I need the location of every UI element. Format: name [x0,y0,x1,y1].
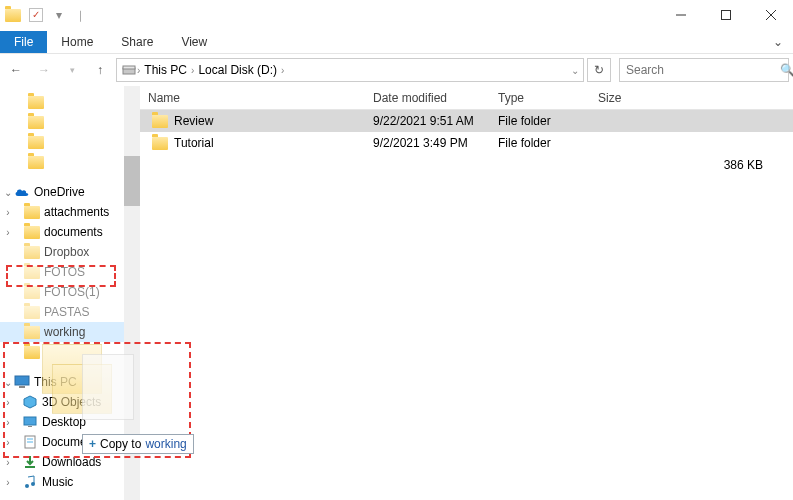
tree-pastas[interactable]: PASTAS [0,302,140,322]
file-type: File folder [490,114,590,128]
col-name[interactable]: Name [140,91,365,105]
breadcrumb-item-thispc[interactable]: This PC [140,63,191,77]
svg-point-16 [31,482,35,486]
tree-label: FOTOS(1) [44,285,100,299]
up-button[interactable]: ↑ [88,58,112,82]
file-date: 9/2/2021 3:49 PM [365,136,490,150]
music-icon [22,474,38,490]
svg-rect-1 [721,11,730,20]
col-type[interactable]: Type [490,91,590,105]
tree-item[interactable] [0,152,140,172]
titlebar: ✓ ▾ ｜ [0,0,793,30]
search-icon[interactable]: 🔍 [780,63,793,77]
file-date: 9/22/2021 9:51 AM [365,114,490,128]
tree-label: Dropbox [44,245,89,259]
tree-fotos1[interactable]: FOTOS(1) [0,282,140,302]
drag-tooltip: + Copy to working [82,434,194,454]
tree-label: OneDrive [34,185,85,199]
drag-tooltip-text: Copy to [100,437,141,451]
svg-rect-9 [24,417,36,425]
tree-label: working [44,325,85,339]
tab-share[interactable]: Share [107,31,167,53]
column-headers[interactable]: Name Date modified Type Size [140,86,793,110]
svg-rect-5 [123,66,135,69]
search-box[interactable]: 🔍 [619,58,789,82]
breadcrumb-item-drive[interactable]: Local Disk (D:) [194,63,281,77]
tree-3dobjects[interactable]: ›3D Objects [0,392,140,412]
tree-music[interactable]: ›Music [0,472,140,492]
svg-rect-7 [19,386,25,388]
chevron-down-icon[interactable]: ⌄ [2,377,14,388]
tree-label: attachments [44,205,109,219]
svg-rect-6 [15,376,29,385]
svg-rect-10 [28,426,32,427]
tree-fotos[interactable]: FOTOS [0,262,140,282]
tree-dropbox[interactable]: Dropbox [0,242,140,262]
qat-check-icon[interactable]: ✓ [29,8,43,22]
file-row[interactable]: Tutorial 9/2/2021 3:49 PM File folder [140,132,793,154]
tree-item[interactable] [0,92,140,112]
close-button[interactable] [748,0,793,30]
tree-label: FOTOS [44,265,85,279]
tab-view[interactable]: View [167,31,221,53]
drag-tooltip-dest: working [145,437,186,451]
chevron-down-icon[interactable]: ⌄ [2,187,14,198]
summary-row: 386 KB [140,154,793,176]
documents-icon [22,434,38,450]
file-row[interactable]: Review 9/22/2021 9:51 AM File folder [140,110,793,132]
onedrive-icon [14,184,30,200]
tree-label: Music [42,475,73,489]
chevron-right-icon[interactable]: › [281,65,284,76]
tab-file[interactable]: File [0,31,47,53]
navbar: ← → ▾ ↑ › This PC › Local Disk (D:) › ⌄ … [0,54,793,86]
tree-label: Desktop [42,415,86,429]
tree-label: 3D Objects [42,395,101,409]
tab-home[interactable]: Home [47,31,107,53]
refresh-button[interactable]: ↻ [587,58,611,82]
tree-desktop[interactable]: ›Desktop [0,412,140,432]
ribbon-expand-icon[interactable]: ⌄ [763,31,793,53]
file-type: File folder [490,136,590,150]
breadcrumb-dropdown-icon[interactable]: ⌄ [571,65,579,76]
recent-locations-button[interactable]: ▾ [60,58,84,82]
folder-icon [152,137,168,150]
forward-button[interactable]: → [32,58,56,82]
maximize-button[interactable] [703,0,748,30]
tree-onedrive[interactable]: ⌄ OneDrive [0,182,140,202]
ribbon-tabs: File Home Share View ⌄ [0,30,793,54]
tree-item[interactable] [0,342,140,362]
svg-rect-14 [25,466,35,468]
tree-working[interactable]: working [0,322,140,342]
drive-icon [121,62,137,78]
file-name: Review [174,114,213,128]
tree-downloads[interactable]: ›Downloads [0,452,140,472]
search-input[interactable] [626,63,776,77]
tree-attachments[interactable]: ›attachments [0,202,140,222]
col-size[interactable]: Size [590,91,793,105]
tree-item[interactable] [0,112,140,132]
thispc-icon [14,374,30,390]
tree-documents[interactable]: ›documents [0,222,140,242]
downloads-icon [22,454,38,470]
scrollbar-thumb[interactable] [124,156,140,206]
col-date[interactable]: Date modified [365,91,490,105]
qat-folder-icon[interactable] [5,7,21,23]
plus-icon: + [89,437,96,451]
folder-icon [152,115,168,128]
breadcrumb[interactable]: › This PC › Local Disk (D:) › ⌄ [116,58,584,82]
back-button[interactable]: ← [4,58,28,82]
content-pane: Name Date modified Type Size Review 9/22… [140,86,793,500]
summary-size: 386 KB [590,158,793,172]
desktop-icon [22,414,38,430]
tree-item[interactable] [0,132,140,152]
svg-marker-8 [24,396,36,408]
tree-label: Downloads [42,455,101,469]
tree-label: PASTAS [44,305,90,319]
tree-thispc[interactable]: ⌄ This PC [0,372,140,392]
tree-label: This PC [34,375,77,389]
tree-label: documents [44,225,103,239]
qat-divider-icon: ▾ [51,7,67,23]
chevron-right-icon[interactable]: › [2,207,14,218]
minimize-button[interactable] [658,0,703,30]
svg-point-15 [25,484,29,488]
